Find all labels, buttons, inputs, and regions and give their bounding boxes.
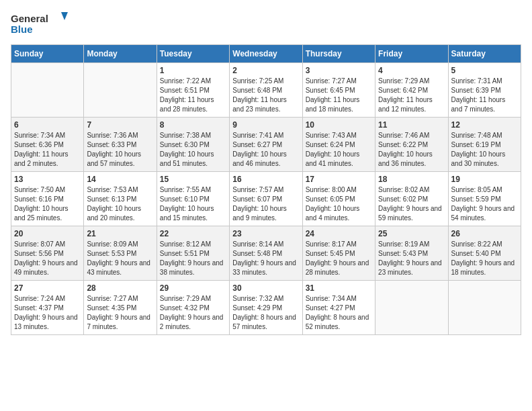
calendar-cell: 25 Sunrise: 8:19 AMSunset: 5:43 PMDaylig… [375, 226, 448, 281]
day-number: 20 [14, 229, 81, 238]
calendar-cell: 11 Sunrise: 7:46 AMSunset: 6:22 PMDaylig… [375, 118, 448, 172]
cell-info: Sunrise: 7:29 AMSunset: 6:42 PMDaylight:… [378, 77, 433, 113]
calendar-cell: 19 Sunrise: 8:05 AMSunset: 5:59 PMDaylig… [448, 172, 521, 226]
cell-info: Sunrise: 7:34 AMSunset: 6:36 PMDaylight:… [14, 132, 69, 167]
cell-info: Sunrise: 8:05 AMSunset: 5:59 PMDaylight:… [451, 186, 515, 222]
cell-info: Sunrise: 8:17 AMSunset: 5:45 PMDaylight:… [306, 240, 369, 276]
day-number: 22 [160, 229, 226, 238]
cell-info: Sunrise: 7:29 AMSunset: 4:32 PMDaylight:… [160, 295, 224, 330]
day-number: 10 [306, 120, 372, 130]
day-number: 3 [306, 66, 372, 75]
day-number: 15 [160, 175, 226, 184]
cell-info: Sunrise: 7:41 AMSunset: 6:27 PMDaylight:… [232, 132, 287, 167]
day-number: 23 [232, 229, 299, 238]
day-number: 29 [160, 283, 226, 293]
day-number: 25 [378, 229, 445, 238]
day-header-sunday: Sunday [11, 45, 84, 63]
logo: General Blue [11, 11, 71, 38]
day-header-wednesday: Wednesday [230, 45, 302, 63]
cell-info: Sunrise: 7:46 AMSunset: 6:22 PMDaylight:… [378, 132, 433, 167]
cell-info: Sunrise: 8:12 AMSunset: 5:51 PMDaylight:… [160, 240, 224, 276]
calendar-cell: 7 Sunrise: 7:36 AMSunset: 6:33 PMDayligh… [84, 118, 157, 172]
calendar-cell: 17 Sunrise: 8:00 AMSunset: 6:05 PMDaylig… [302, 172, 375, 226]
svg-text:General: General [11, 13, 48, 24]
day-header-monday: Monday [84, 45, 157, 63]
cell-info: Sunrise: 8:19 AMSunset: 5:43 PMDaylight:… [378, 240, 442, 276]
day-number: 16 [232, 175, 299, 184]
calendar-cell: 18 Sunrise: 8:02 AMSunset: 6:02 PMDaylig… [375, 172, 448, 226]
day-header-tuesday: Tuesday [157, 45, 229, 63]
calendar-cell: 26 Sunrise: 8:22 AMSunset: 5:40 PMDaylig… [448, 226, 521, 281]
logo-icon: General Blue [11, 11, 71, 38]
day-number: 4 [378, 66, 445, 75]
cell-info: Sunrise: 7:27 AMSunset: 6:45 PMDaylight:… [306, 77, 360, 113]
day-number: 31 [306, 283, 372, 293]
calendar-cell: 29 Sunrise: 7:29 AMSunset: 4:32 PMDaylig… [157, 281, 229, 335]
week-row-0: 1 Sunrise: 7:22 AMSunset: 6:51 PMDayligh… [11, 63, 521, 118]
day-number: 9 [232, 120, 299, 130]
cell-info: Sunrise: 7:38 AMSunset: 6:30 PMDaylight:… [160, 132, 214, 167]
calendar-cell: 2 Sunrise: 7:25 AMSunset: 6:48 PMDayligh… [230, 63, 302, 118]
cell-info: Sunrise: 7:34 AMSunset: 4:27 PMDaylight:… [306, 295, 369, 330]
calendar-cell: 20 Sunrise: 8:07 AMSunset: 5:56 PMDaylig… [11, 226, 84, 281]
cell-info: Sunrise: 7:53 AMSunset: 6:13 PMDaylight:… [87, 186, 141, 222]
day-number: 26 [451, 229, 518, 238]
cell-info: Sunrise: 7:57 AMSunset: 6:07 PMDaylight:… [232, 186, 287, 222]
calendar-cell: 28 Sunrise: 7:27 AMSunset: 4:35 PMDaylig… [84, 281, 157, 335]
day-number: 18 [378, 175, 445, 184]
cell-info: Sunrise: 7:48 AMSunset: 6:19 PMDaylight:… [451, 132, 506, 167]
day-number: 8 [160, 120, 226, 130]
calendar-cell: 9 Sunrise: 7:41 AMSunset: 6:27 PMDayligh… [230, 118, 302, 172]
cell-info: Sunrise: 7:31 AMSunset: 6:39 PMDaylight:… [451, 77, 506, 113]
day-number: 6 [14, 120, 81, 130]
calendar-cell: 16 Sunrise: 7:57 AMSunset: 6:07 PMDaylig… [230, 172, 302, 226]
cell-info: Sunrise: 8:22 AMSunset: 5:40 PMDaylight:… [451, 240, 515, 276]
calendar-cell: 30 Sunrise: 7:32 AMSunset: 4:29 PMDaylig… [230, 281, 302, 335]
day-number: 14 [87, 175, 153, 184]
day-number: 24 [306, 229, 372, 238]
calendar-cell: 3 Sunrise: 7:27 AMSunset: 6:45 PMDayligh… [302, 63, 375, 118]
day-number: 19 [451, 175, 518, 184]
calendar-cell [11, 63, 84, 118]
calendar-cell: 5 Sunrise: 7:31 AMSunset: 6:39 PMDayligh… [448, 63, 521, 118]
calendar-cell: 10 Sunrise: 7:43 AMSunset: 6:24 PMDaylig… [302, 118, 375, 172]
calendar-cell: 31 Sunrise: 7:34 AMSunset: 4:27 PMDaylig… [302, 281, 375, 335]
day-number: 30 [232, 283, 299, 293]
calendar-cell: 12 Sunrise: 7:48 AMSunset: 6:19 PMDaylig… [448, 118, 521, 172]
page-header: General Blue [11, 11, 521, 38]
calendar-cell: 23 Sunrise: 8:14 AMSunset: 5:48 PMDaylig… [230, 226, 302, 281]
svg-marker-2 [61, 12, 68, 20]
day-header-friday: Friday [375, 45, 448, 63]
week-row-1: 6 Sunrise: 7:34 AMSunset: 6:36 PMDayligh… [11, 118, 521, 172]
cell-info: Sunrise: 8:02 AMSunset: 6:02 PMDaylight:… [378, 186, 442, 222]
cell-info: Sunrise: 8:07 AMSunset: 5:56 PMDaylight:… [14, 240, 78, 276]
calendar-cell: 15 Sunrise: 7:55 AMSunset: 6:10 PMDaylig… [157, 172, 229, 226]
calendar-cell: 13 Sunrise: 7:50 AMSunset: 6:16 PMDaylig… [11, 172, 84, 226]
cell-info: Sunrise: 7:36 AMSunset: 6:33 PMDaylight:… [87, 132, 141, 167]
calendar-table: SundayMondayTuesdayWednesdayThursdayFrid… [11, 44, 521, 335]
day-number: 2 [232, 66, 299, 75]
cell-info: Sunrise: 7:24 AMSunset: 4:37 PMDaylight:… [14, 295, 78, 330]
svg-text:Blue: Blue [11, 24, 33, 35]
day-number: 5 [451, 66, 518, 75]
day-number: 17 [306, 175, 372, 184]
day-header-saturday: Saturday [448, 45, 521, 63]
cell-info: Sunrise: 7:55 AMSunset: 6:10 PMDaylight:… [160, 186, 214, 222]
calendar-cell: 24 Sunrise: 8:17 AMSunset: 5:45 PMDaylig… [302, 226, 375, 281]
calendar-cell [84, 63, 157, 118]
day-number: 12 [451, 120, 518, 130]
cell-info: Sunrise: 8:14 AMSunset: 5:48 PMDaylight:… [232, 240, 296, 276]
calendar-cell: 1 Sunrise: 7:22 AMSunset: 6:51 PMDayligh… [157, 63, 229, 118]
calendar-cell: 22 Sunrise: 8:12 AMSunset: 5:51 PMDaylig… [157, 226, 229, 281]
cell-info: Sunrise: 8:09 AMSunset: 5:53 PMDaylight:… [87, 240, 150, 276]
week-row-3: 20 Sunrise: 8:07 AMSunset: 5:56 PMDaylig… [11, 226, 521, 281]
cell-info: Sunrise: 7:22 AMSunset: 6:51 PMDaylight:… [160, 77, 214, 113]
cell-info: Sunrise: 8:00 AMSunset: 6:05 PMDaylight:… [306, 186, 360, 222]
day-number: 7 [87, 120, 153, 130]
day-number: 11 [378, 120, 445, 130]
header-row: SundayMondayTuesdayWednesdayThursdayFrid… [11, 45, 521, 63]
cell-info: Sunrise: 7:25 AMSunset: 6:48 PMDaylight:… [232, 77, 287, 113]
calendar-cell: 4 Sunrise: 7:29 AMSunset: 6:42 PMDayligh… [375, 63, 448, 118]
calendar-cell: 6 Sunrise: 7:34 AMSunset: 6:36 PMDayligh… [11, 118, 84, 172]
day-number: 1 [160, 66, 226, 75]
